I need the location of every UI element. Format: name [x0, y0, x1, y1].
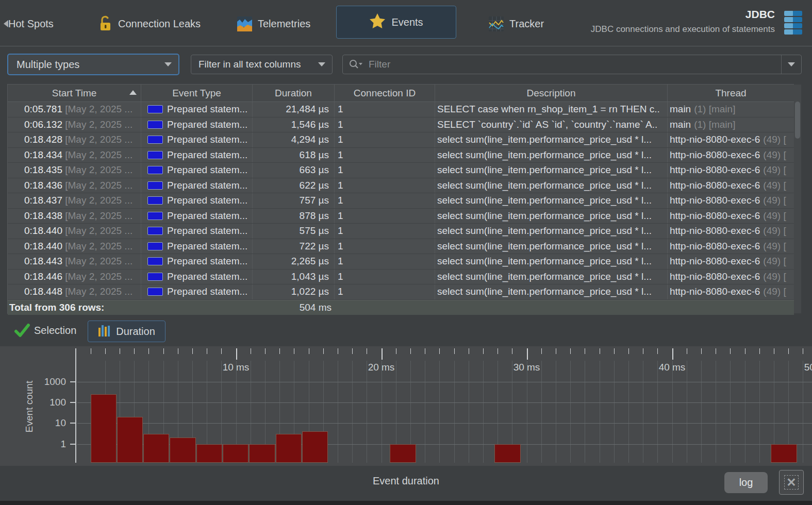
- close-histogram-button[interactable]: ✕: [779, 470, 804, 495]
- table-row[interactable]: 0:18.428 [May 2, 2025 ... Prepared state…: [8, 132, 794, 148]
- histogram-bar[interactable]: [390, 444, 416, 463]
- view-tabbar: Hot Spots Connection Leaks Telemetri: [0, 0, 812, 46]
- histogram-bar[interactable]: [494, 444, 520, 463]
- histogram-bar[interactable]: [196, 444, 222, 463]
- event-type-value: Prepared statem...: [167, 149, 247, 161]
- histogram-bar[interactable]: [170, 437, 195, 463]
- x-axis-tick: [498, 348, 498, 354]
- view-title-block: JDBC JDBC connections and execution of s…: [591, 8, 775, 35]
- cell-description: select sum(line_item.performance_price_u…: [435, 148, 668, 163]
- event-type-value: Prepared statem...: [167, 271, 247, 282]
- x-axis-tick: [745, 348, 745, 354]
- table-row[interactable]: 0:18.440 [May 2, 2025 ... Prepared state…: [8, 224, 794, 239]
- start-date-value: [May 2, 2025 ...: [65, 134, 132, 145]
- table-row[interactable]: 0:18.435 [May 2, 2025 ... Prepared state…: [8, 163, 794, 178]
- sort-ascending-icon: [129, 90, 137, 95]
- table-row[interactable]: 0:18.440 [May 2, 2025 ... Prepared state…: [8, 239, 794, 255]
- table-row[interactable]: 0:18.436 [May 2, 2025 ... Prepared state…: [8, 178, 794, 194]
- column-header-thread[interactable]: Thread: [668, 85, 794, 102]
- cell-duration: 722 µs: [253, 239, 335, 254]
- cell-event-type: Prepared statem...: [141, 117, 253, 132]
- table-row[interactable]: 0:18.448 [May 2, 2025 ... Prepared state…: [8, 284, 794, 300]
- cell-connection-id: 1: [335, 102, 435, 117]
- search-dropdown-button[interactable]: [781, 55, 801, 74]
- histogram-bar[interactable]: [302, 431, 328, 463]
- table-row[interactable]: 0:18.443 [May 2, 2025 ... Prepared state…: [8, 254, 794, 270]
- table-row[interactable]: 0:18.437 [May 2, 2025 ... Prepared state…: [8, 193, 794, 209]
- start-date-value: [May 2, 2025 ...: [65, 286, 132, 297]
- table-row[interactable]: 0:18.434 [May 2, 2025 ... Prepared state…: [8, 148, 794, 163]
- event-type-color-swatch: [147, 105, 163, 113]
- x-axis-tick: [410, 348, 411, 354]
- filter-search-input[interactable]: [368, 58, 781, 71]
- cell-event-type: Prepared statem...: [141, 163, 253, 178]
- thread-name: main: [670, 119, 691, 130]
- thread-name: http-nio-8080-exec-6: [670, 195, 760, 206]
- cell-description: select sum(line_item.performance_price_u…: [435, 193, 668, 208]
- cell-description: SELECT `country`.`id` AS `id`, `country`…: [435, 117, 668, 132]
- thread-info: (49) [: [763, 134, 786, 145]
- cell-connection-id: 1: [335, 132, 435, 147]
- tab-hot-spots[interactable]: Hot Spots: [8, 12, 54, 35]
- event-type-filter-select[interactable]: Multiple types: [7, 54, 179, 75]
- histogram-bar[interactable]: [249, 444, 275, 463]
- tab-events[interactable]: Events: [336, 6, 456, 39]
- table-row[interactable]: 0:06.132 [May 2, 2025 ... Prepared state…: [8, 117, 794, 133]
- tab-tracker[interactable]: Tracker: [489, 12, 544, 35]
- telemetry-chart-icon: [237, 16, 252, 31]
- column-header-description[interactable]: Description: [435, 85, 668, 102]
- cell-start-time: 0:06.132 [May 2, 2025 ...: [8, 117, 141, 132]
- histogram-bar[interactable]: [223, 444, 248, 463]
- table-scrollbar-thumb[interactable]: [795, 102, 800, 139]
- histogram-bar[interactable]: [143, 434, 169, 463]
- x-axis-tick: [207, 348, 207, 354]
- column-header-event-type[interactable]: Event Type: [141, 85, 253, 102]
- column-header-start-time[interactable]: Start Time: [8, 85, 141, 102]
- cell-start-time: 0:18.434 [May 2, 2025 ...: [8, 148, 141, 163]
- log-scale-button[interactable]: log: [724, 472, 768, 493]
- thread-name: http-nio-8080-exec-6: [670, 180, 760, 191]
- filter-scope-select[interactable]: Filter in all text columns: [191, 55, 333, 74]
- table-row[interactable]: 0:18.446 [May 2, 2025 ... Prepared state…: [8, 270, 794, 285]
- tab-scroll-left-icon[interactable]: [4, 20, 8, 27]
- column-header-connection-id[interactable]: Connection ID: [335, 85, 435, 102]
- start-time-value: 0:18.438: [24, 210, 62, 222]
- cell-event-type: Prepared statem...: [141, 178, 253, 193]
- tab-connection-leaks[interactable]: Connection Leaks: [99, 12, 201, 35]
- table-total-row: Total from 306 rows: 504 ms: [8, 300, 794, 315]
- histogram-bar[interactable]: [276, 434, 302, 463]
- histogram-bar[interactable]: [771, 444, 797, 463]
- thread-info: (49) [: [763, 210, 786, 222]
- cell-duration: 2,265 µs: [253, 254, 335, 269]
- cell-connection-id: 1: [335, 284, 435, 299]
- thread-info: (1) [main]: [694, 104, 735, 115]
- event-type-value: Prepared statem...: [167, 256, 247, 267]
- start-date-value: [May 2, 2025 ...: [65, 180, 132, 191]
- x-axis-tick: [788, 348, 789, 354]
- x-axis-tick: [614, 348, 615, 354]
- cell-duration: 1,546 µs: [253, 117, 335, 132]
- x-axis-tick: [309, 348, 309, 354]
- duration-toggle-button[interactable]: Duration: [88, 321, 165, 342]
- x-axis-tick: [774, 348, 774, 354]
- x-axis-tick: [716, 348, 716, 354]
- column-header-duration[interactable]: Duration: [253, 85, 335, 102]
- x-axis-tick: [105, 348, 106, 354]
- bottom-edge: [0, 501, 812, 505]
- table-scrollbar[interactable]: [794, 85, 801, 313]
- cell-duration: 622 µs: [253, 178, 335, 193]
- cell-description: select sum(line_item.performance_price_u…: [435, 224, 668, 239]
- tab-telemetries[interactable]: Telemetries: [237, 12, 310, 35]
- histogram-bar[interactable]: [117, 417, 143, 463]
- event-type-value: Prepared statem...: [167, 180, 247, 191]
- cell-thread: http-nio-8080-exec-6 (49) [: [668, 284, 794, 299]
- filter-search-field[interactable]: [342, 55, 802, 74]
- table-row[interactable]: 0:05.781 [May 2, 2025 ... Prepared state…: [8, 102, 794, 117]
- view-subtitle: JDBC connections and execution of statem…: [591, 24, 775, 35]
- histogram-bar[interactable]: [91, 394, 117, 463]
- x-axis-tick: [730, 348, 731, 354]
- gridline-vertical: [600, 361, 600, 463]
- event-type-color-swatch: [147, 151, 163, 159]
- x-axis-tick: [91, 348, 91, 354]
- table-row[interactable]: 0:18.438 [May 2, 2025 ... Prepared state…: [8, 209, 794, 224]
